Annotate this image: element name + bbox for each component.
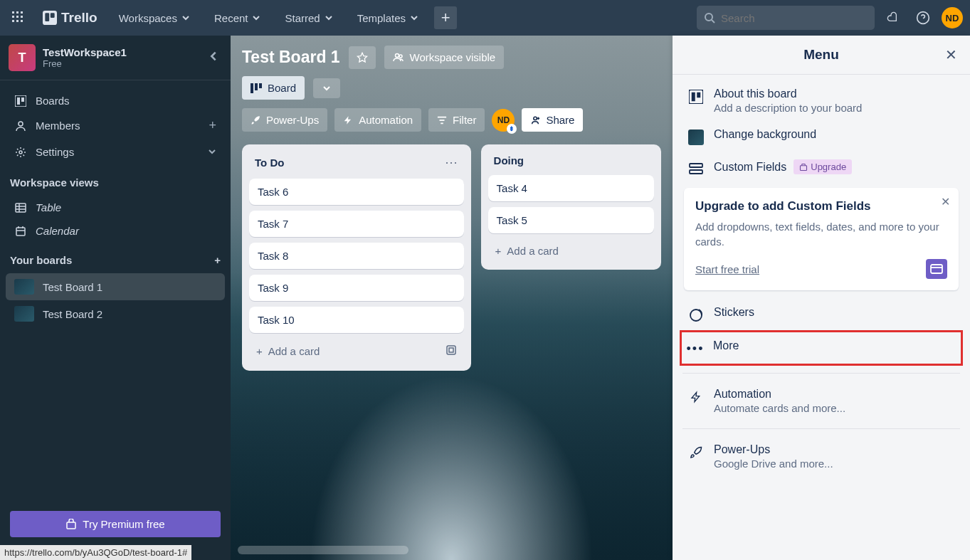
svg-rect-33 bbox=[251, 83, 253, 93]
card[interactable]: Task 10 bbox=[249, 307, 464, 333]
add-card-button[interactable]: +Add a card bbox=[488, 239, 654, 263]
try-premium-button[interactable]: Try Premium free bbox=[10, 511, 221, 537]
template-icon[interactable] bbox=[446, 344, 457, 358]
menu-custom-fields[interactable]: Custom FieldsUpgrade bbox=[682, 152, 960, 184]
svg-rect-46 bbox=[697, 93, 700, 98]
svg-rect-1 bbox=[16, 11, 19, 14]
status-bar-url: https://trello.com/b/yAu3QGoD/test-board… bbox=[0, 545, 191, 560]
svg-rect-25 bbox=[16, 228, 25, 236]
svg-rect-10 bbox=[45, 13, 49, 21]
svg-point-39 bbox=[534, 117, 537, 120]
list-doing: Doing Task 4 Task 5 +Add a card bbox=[481, 144, 661, 270]
card-icon bbox=[926, 259, 947, 279]
sidebar-boards[interactable]: Boards bbox=[6, 89, 225, 112]
close-promo-button[interactable]: ✕ bbox=[941, 195, 950, 208]
table-icon bbox=[14, 202, 27, 213]
more-icon: ••• bbox=[687, 341, 703, 356]
close-menu-button[interactable]: ✕ bbox=[945, 46, 957, 63]
trello-icon bbox=[43, 11, 57, 25]
sidebar-board-1[interactable]: Test Board 1 bbox=[6, 273, 225, 300]
briefcase-icon bbox=[799, 163, 808, 171]
chevron-down-icon bbox=[325, 14, 333, 22]
list-menu-button[interactable]: ⋯ bbox=[445, 154, 458, 170]
svg-point-19 bbox=[19, 122, 23, 126]
horizontal-scrollbar[interactable] bbox=[238, 546, 408, 554]
svg-rect-5 bbox=[21, 16, 23, 18]
svg-marker-30 bbox=[357, 53, 367, 62]
board-thumb-icon bbox=[14, 279, 34, 295]
user-avatar[interactable]: ND bbox=[942, 7, 963, 28]
powerups-button[interactable]: Power-Ups bbox=[242, 108, 327, 132]
menu-stickers[interactable]: Stickers bbox=[682, 299, 960, 330]
svg-rect-11 bbox=[51, 13, 55, 18]
view-switcher-button[interactable] bbox=[313, 78, 340, 98]
card[interactable]: Task 4 bbox=[488, 175, 654, 201]
board-title[interactable]: Test Board 1 bbox=[242, 48, 340, 67]
add-board-icon[interactable]: + bbox=[214, 254, 221, 266]
menu-about-board[interactable]: About this boardAdd a description to you… bbox=[682, 80, 960, 121]
collapse-sidebar-button[interactable] bbox=[205, 48, 222, 68]
workspaces-dropdown[interactable]: Workspaces bbox=[110, 6, 199, 30]
bolt-icon bbox=[688, 389, 704, 405]
board-icon bbox=[14, 95, 27, 107]
visibility-button[interactable]: Workspace visible bbox=[384, 46, 505, 69]
create-button[interactable]: + bbox=[434, 6, 457, 29]
board-thumb-icon bbox=[14, 306, 34, 322]
recent-dropdown[interactable]: Recent bbox=[206, 6, 270, 30]
svg-rect-43 bbox=[449, 348, 453, 352]
premium-icon bbox=[65, 519, 77, 530]
menu-automation[interactable]: AutomationAutomate cards and more... bbox=[682, 381, 960, 421]
svg-rect-50 bbox=[931, 265, 942, 273]
board-view-button[interactable]: Board bbox=[242, 76, 305, 100]
card[interactable]: Task 8 bbox=[249, 243, 464, 269]
automation-button[interactable]: Automation bbox=[334, 108, 421, 132]
menu-powerups[interactable]: Power-UpsGoogle Drive and more... bbox=[682, 436, 960, 477]
upgrade-pill[interactable]: Upgrade bbox=[794, 159, 852, 174]
sidebar-board-2[interactable]: Test Board 2 bbox=[6, 300, 225, 327]
board-icon bbox=[688, 89, 704, 105]
star-board-button[interactable] bbox=[349, 46, 376, 69]
start-trial-link[interactable]: Start free trial bbox=[695, 263, 759, 275]
calendar-icon bbox=[14, 226, 27, 237]
templates-dropdown[interactable]: Templates bbox=[349, 6, 427, 30]
sidebar-members[interactable]: Members+ bbox=[6, 112, 225, 139]
search-icon bbox=[704, 12, 715, 23]
notifications-icon[interactable] bbox=[882, 6, 905, 29]
filter-icon bbox=[437, 115, 447, 125]
menu-title: Menu bbox=[803, 47, 839, 63]
menu-change-background[interactable]: Change background bbox=[682, 121, 960, 152]
sticker-icon bbox=[688, 307, 704, 323]
card[interactable]: Task 9 bbox=[249, 275, 464, 301]
share-button[interactable]: Share bbox=[522, 108, 583, 132]
svg-rect-2 bbox=[21, 11, 23, 14]
help-icon[interactable] bbox=[912, 6, 934, 29]
svg-rect-18 bbox=[21, 97, 24, 102]
add-card-button[interactable]: +Add a card bbox=[249, 339, 464, 364]
search-box[interactable] bbox=[697, 6, 875, 30]
svg-point-20 bbox=[19, 151, 22, 154]
menu-more[interactable]: ••• More bbox=[682, 332, 961, 364]
top-navigation: Trello Workspaces Recent Starred Templat… bbox=[0, 0, 970, 36]
apps-grid-icon[interactable] bbox=[7, 6, 30, 29]
card[interactable]: Task 7 bbox=[249, 211, 464, 237]
filter-button[interactable]: Filter bbox=[428, 108, 485, 132]
sidebar-table[interactable]: Table bbox=[6, 196, 225, 219]
add-member-icon[interactable]: + bbox=[209, 118, 216, 133]
board-view-icon bbox=[251, 83, 262, 93]
board-area: Test Board 1 Workspace visible Board Pow… bbox=[231, 36, 673, 560]
chevron-down-icon bbox=[252, 14, 260, 22]
search-input[interactable] bbox=[721, 12, 868, 24]
list-title[interactable]: Doing bbox=[494, 154, 524, 167]
svg-rect-44 bbox=[689, 90, 703, 104]
list-title[interactable]: To Do bbox=[255, 157, 284, 169]
sidebar-calendar[interactable]: Calendar bbox=[6, 219, 225, 243]
sidebar-settings[interactable]: Settings bbox=[6, 139, 225, 165]
trello-logo[interactable]: Trello bbox=[37, 10, 103, 26]
rocket-icon bbox=[251, 115, 260, 125]
card[interactable]: Task 5 bbox=[488, 207, 654, 233]
svg-rect-6 bbox=[12, 20, 14, 22]
card[interactable]: Task 6 bbox=[249, 179, 464, 205]
board-member-avatar[interactable]: ND bbox=[492, 109, 515, 132]
starred-dropdown[interactable]: Starred bbox=[276, 6, 341, 30]
svg-rect-42 bbox=[447, 346, 455, 354]
